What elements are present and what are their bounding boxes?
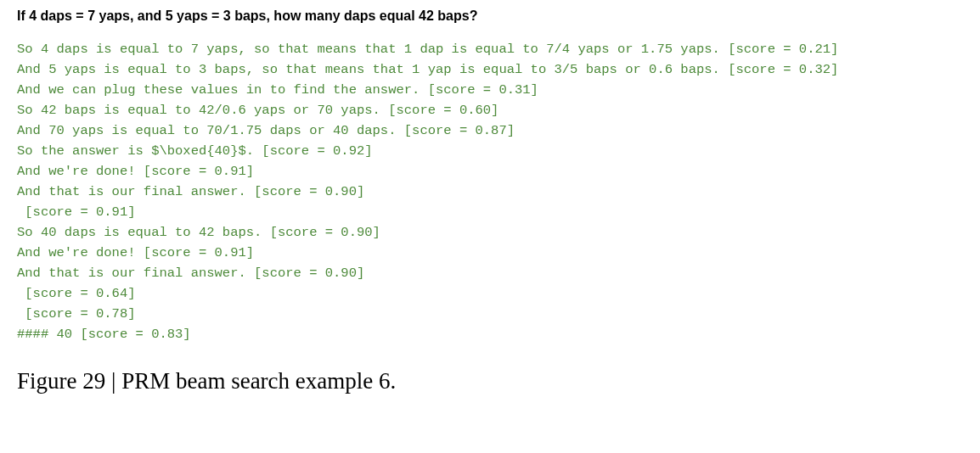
- solution-block: So 4 daps is equal to 7 yaps, so that me…: [17, 39, 963, 344]
- solution-line: So 42 baps is equal to 42/0.6 yaps or 70…: [17, 100, 963, 120]
- solution-line: And we're done! [score = 0.91]: [17, 243, 963, 263]
- solution-line: So 40 daps is equal to 42 baps. [score =…: [17, 222, 963, 243]
- solution-line: [score = 0.64]: [17, 283, 963, 304]
- solution-line: And that is our final answer. [score = 0…: [17, 182, 963, 202]
- solution-line: [score = 0.91]: [17, 202, 963, 222]
- solution-line: So 4 daps is equal to 7 yaps, so that me…: [17, 39, 963, 59]
- solution-line: [score = 0.78]: [17, 304, 963, 324]
- solution-line: And we can plug these values in to find …: [17, 80, 963, 100]
- solution-line: So the answer is $\boxed{40}$. [score = …: [17, 141, 963, 161]
- solution-line: And 70 yaps is equal to 70/1.75 daps or …: [17, 120, 963, 141]
- solution-line: And that is our final answer. [score = 0…: [17, 263, 963, 283]
- solution-line: And we're done! [score = 0.91]: [17, 161, 963, 182]
- figure-caption: Figure 29 | PRM beam search example 6.: [17, 368, 963, 394]
- problem-title: If 4 daps = 7 yaps, and 5 yaps = 3 baps,…: [17, 8, 963, 24]
- solution-line: And 5 yaps is equal to 3 baps, so that m…: [17, 59, 963, 80]
- solution-line: #### 40 [score = 0.83]: [17, 324, 963, 344]
